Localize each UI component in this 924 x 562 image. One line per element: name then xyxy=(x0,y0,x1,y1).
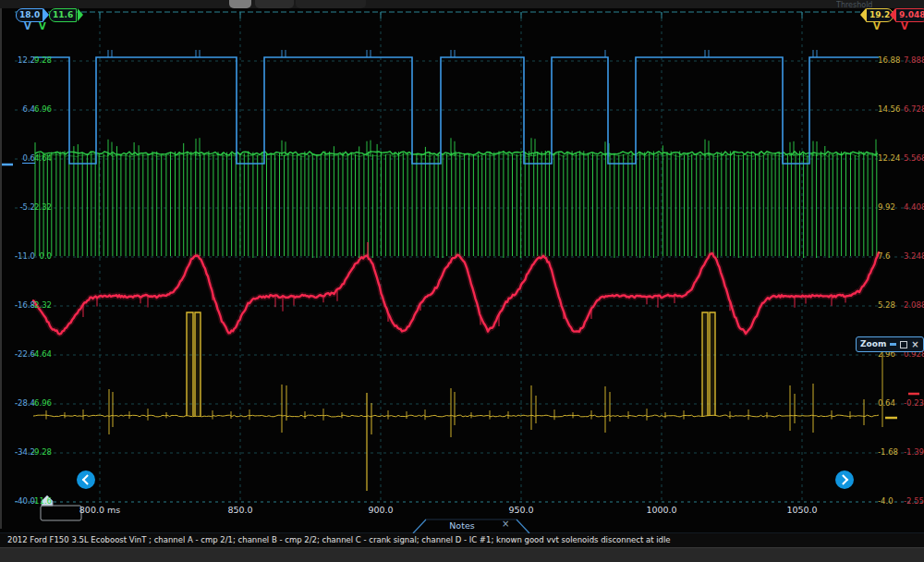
channel-b-range-value: 11.6 xyxy=(53,9,73,21)
axis-label-yellow-4: 7.6 xyxy=(878,252,891,261)
channel-b-range-tag[interactable]: 11.6 xyxy=(49,8,77,22)
zoom-window-title: Zoom xyxy=(860,338,886,350)
time-axis-label-3: 950.0 xyxy=(508,505,533,515)
close-icon[interactable]: × xyxy=(911,338,918,350)
scope-plot-area[interactable] xyxy=(0,0,924,562)
axis-label-red-1: 6.728 xyxy=(904,105,924,114)
axis-label-yellow-8: -1.68 xyxy=(878,448,898,457)
axis-label-yellow-7: 0.64 xyxy=(878,399,895,408)
toolbar-remnant xyxy=(0,0,924,8)
status-bar xyxy=(0,547,924,562)
axis-label-red-7: -0.232 xyxy=(904,399,924,408)
axis-label-red-8: -1.392 xyxy=(904,448,924,457)
axis-label-green-6: -4.64 xyxy=(0,350,52,359)
axis-label-red-4: 3.248 xyxy=(904,252,924,261)
axis-label-green-8: -9.28 xyxy=(0,448,52,457)
minimize-icon[interactable] xyxy=(890,343,896,346)
axis-label-red-5: 2.088 xyxy=(904,301,924,310)
pan-right-button[interactable] xyxy=(835,470,854,489)
maximize-icon[interactable] xyxy=(900,341,907,348)
axis-label-yellow-5: 5.28 xyxy=(878,301,895,310)
picoscope-window: Threshold 18.0 11.6 19.2 9.048 V V V V 1… xyxy=(0,0,924,562)
zoom-overview-window[interactable]: Zoom × xyxy=(856,336,924,352)
time-axis-label-4: 1000.0 xyxy=(646,505,676,515)
channel-a-range-value: 18.0 xyxy=(19,9,40,21)
axis-label-green-7: -6.96 xyxy=(0,399,52,408)
axis-label-red-0: 7.888 xyxy=(904,56,924,65)
chevron-left-icon xyxy=(82,474,92,484)
axis-label-green-2: 4.64 xyxy=(0,154,52,163)
time-axis-label-0: 800.0 ms xyxy=(79,505,120,515)
channel-c-unit-label: V xyxy=(901,21,908,31)
axis-label-green-5: -2.32 xyxy=(0,301,52,310)
toolbar-button-remnant[interactable] xyxy=(229,0,251,8)
axis-label-red-2: 5.568 xyxy=(904,154,924,163)
axis-label-green-1: 6.96 xyxy=(0,105,52,114)
axis-label-yellow-3: 9.92 xyxy=(878,203,895,212)
waveform-cmp21-blue xyxy=(33,50,879,164)
axis-label-green-9: -11.6 xyxy=(0,497,52,506)
time-axis-label-1: 850.0 xyxy=(227,505,252,515)
channel-a-unit-label: V xyxy=(24,21,31,31)
time-axis-label-5: 1050.0 xyxy=(786,505,817,515)
axis-label-yellow-0: 16.88 xyxy=(878,56,900,65)
axis-label-yellow-2: 12.24 xyxy=(878,154,900,163)
toolbar-button-remnant[interactable] xyxy=(296,0,366,8)
channel-c-range-value: 9.048 xyxy=(899,9,924,21)
axis-label-red-9: -2.552 xyxy=(904,497,924,506)
axis-label-yellow-1: 14.56 xyxy=(878,105,900,114)
channel-b-tag-arrow-icon xyxy=(78,8,83,21)
axis-label-green-0: 9.28 xyxy=(0,56,52,65)
channel-b-unit-label: V xyxy=(39,21,46,31)
notes-tab[interactable]: Notes xyxy=(425,520,499,531)
axis-label-green-3: 2.32 xyxy=(0,203,52,212)
pan-left-button[interactable] xyxy=(77,470,95,489)
toolbar-faint-text: Threshold xyxy=(836,0,872,8)
channel-d-range-value: 19.2 xyxy=(869,9,890,21)
toolbar-button-remnant[interactable] xyxy=(255,0,294,8)
axis-label-yellow-9: -4.0 xyxy=(878,497,894,506)
left-edge-strip xyxy=(0,0,2,529)
axis-label-red-3: 4.408 xyxy=(904,203,924,212)
notes-tab-close-icon[interactable]: × xyxy=(502,519,509,529)
notes-text[interactable]: 2012 Ford F150 3.5L Ecoboost VinT ; chan… xyxy=(7,535,671,544)
waveform-crank-signal-green xyxy=(35,138,878,258)
channel-c-range-tag[interactable]: 9.048 xyxy=(895,8,924,22)
channel-d-unit-label: V xyxy=(873,21,881,31)
waveform-ic1-yellow xyxy=(33,312,882,491)
time-axis-label-2: 900.0 xyxy=(368,505,393,515)
channel-a-range-tag[interactable]: 18.0 xyxy=(16,8,43,22)
chevron-right-icon xyxy=(838,474,848,484)
axis-label-green-4: 0.0 xyxy=(0,252,52,261)
